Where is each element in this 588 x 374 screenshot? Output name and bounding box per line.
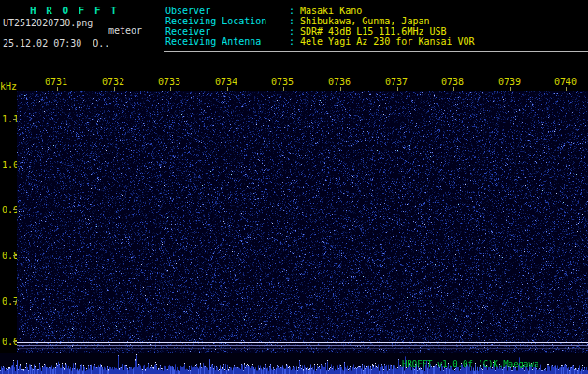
app-title: H R O F F T <box>30 5 119 17</box>
info-value: 4ele Yagi Az 230 for Kansai VOR <box>300 36 475 47</box>
info-colon: : <box>289 26 300 36</box>
info-row: Receiver : SDR# 43dB L15 111.6MHz USB <box>165 26 447 36</box>
carrier-line-faint <box>17 348 588 349</box>
info-label: Receiving Location <box>165 16 289 26</box>
info-row: Receiving Antenna : 4ele Yagi Az 230 for… <box>165 36 475 47</box>
info-colon: : <box>289 36 300 47</box>
credit-text: HROFFT v1.0.0f (C)K.Maegawa <box>402 359 538 368</box>
time-label: 0732 <box>102 77 124 87</box>
info-colon: : <box>289 16 300 26</box>
output-filename: UT2512020730.png <box>3 18 93 28</box>
time-label: 0736 <box>328 77 351 87</box>
info-label: Observer <box>165 6 289 16</box>
info-value: Shibukawa, Gunma, Japan <box>300 16 429 26</box>
time-label: 0735 <box>271 77 294 87</box>
header-separator <box>164 51 588 52</box>
time-label: 0733 <box>158 77 180 87</box>
info-value: SDR# 43dB L15 111.6MHz USB <box>300 26 447 36</box>
time-label: 0740 <box>554 77 577 87</box>
time-label: 0738 <box>441 77 464 87</box>
mode-label: meteor <box>108 25 142 36</box>
info-row: Receiving Location : Shibukawa, Gunma, J… <box>165 16 429 26</box>
info-label: Receiver <box>165 26 289 36</box>
info-label: Receiving Antenna <box>165 36 289 47</box>
info-value: Masaki Kano <box>300 6 362 16</box>
hrofft-window: H R O F F T UT2512020730.png meteor 25.1… <box>0 0 588 374</box>
time-label: 0737 <box>385 77 408 87</box>
time-label: 0739 <box>498 77 521 87</box>
info-row: Observer : Masaki Kano <box>165 6 362 16</box>
carrier-line <box>17 342 588 343</box>
time-label: 0731 <box>45 77 67 87</box>
carrier-line-secondary <box>17 345 588 346</box>
spectrogram-canvas <box>17 91 588 353</box>
time-label: 0734 <box>215 77 237 87</box>
info-colon: : <box>289 6 300 16</box>
freq-unit-label: kHz <box>0 81 17 92</box>
datetime-label: 25.12.02 07:30 O.. <box>3 38 109 49</box>
